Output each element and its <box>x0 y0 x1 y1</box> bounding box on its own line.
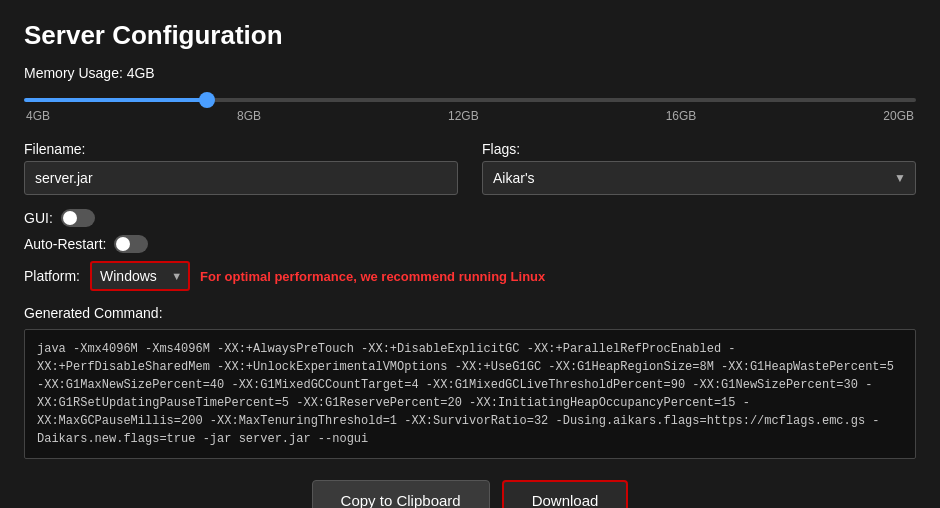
autorestart-label: Auto-Restart: <box>24 236 106 252</box>
slider-container <box>24 89 916 105</box>
slider-mark-12gb: 12GB <box>448 109 479 123</box>
slider-mark-20gb: 20GB <box>883 109 914 123</box>
slider-mark-4gb: 4GB <box>26 109 50 123</box>
gui-toggle[interactable] <box>61 209 95 227</box>
download-button[interactable]: Download <box>502 480 629 508</box>
gui-label: GUI: <box>24 210 53 226</box>
platform-select[interactable]: WindowsLinuxmacOS <box>90 261 190 291</box>
gui-row: GUI: <box>24 209 916 227</box>
flags-label: Flags: <box>482 141 916 157</box>
gui-toggle-slider <box>61 209 95 227</box>
platform-label: Platform: <box>24 268 80 284</box>
page-title: Server Configuration <box>24 20 916 51</box>
linux-warning: For optimal performance, we recommend ru… <box>200 269 545 284</box>
filename-flags-row: Filename: Flags: Aikar'sNoneVelocity ▼ <box>24 141 916 195</box>
filename-input[interactable] <box>24 161 458 195</box>
buttons-row: Copy to Clipboard Download <box>24 480 916 508</box>
memory-section: Memory Usage: 4GB 4GB 8GB 12GB 16GB 20GB <box>24 65 916 123</box>
generated-command-textarea[interactable] <box>24 329 916 459</box>
slider-mark-16gb: 16GB <box>666 109 697 123</box>
copy-to-clipboard-button[interactable]: Copy to Clipboard <box>312 480 490 508</box>
memory-label: Memory Usage: 4GB <box>24 65 916 81</box>
autorestart-toggle-slider <box>114 235 148 253</box>
flags-select[interactable]: Aikar'sNoneVelocity <box>482 161 916 195</box>
flags-select-wrapper: Aikar'sNoneVelocity ▼ <box>482 161 916 195</box>
platform-row: Platform: WindowsLinuxmacOS ▼ For optima… <box>24 261 916 291</box>
slider-labels: 4GB 8GB 12GB 16GB 20GB <box>24 109 916 123</box>
autorestart-toggle[interactable] <box>114 235 148 253</box>
autorestart-row: Auto-Restart: <box>24 235 916 253</box>
filename-group: Filename: <box>24 141 458 195</box>
generated-command-label: Generated Command: <box>24 305 916 321</box>
filename-label: Filename: <box>24 141 458 157</box>
flags-group: Flags: Aikar'sNoneVelocity ▼ <box>482 141 916 195</box>
memory-slider[interactable] <box>24 98 916 102</box>
slider-mark-8gb: 8GB <box>237 109 261 123</box>
platform-select-wrapper: WindowsLinuxmacOS ▼ <box>90 261 190 291</box>
